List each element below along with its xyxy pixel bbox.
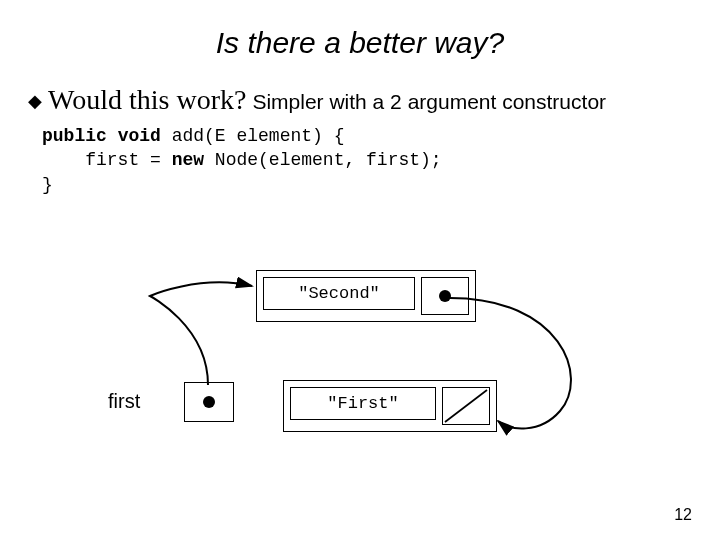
linked-list-diagram: "Second" "First" first — [0, 256, 720, 476]
bullet-row: ◆ Would this work? Simpler with a 2 argu… — [28, 84, 720, 116]
code-line2a: first = — [42, 150, 172, 170]
kw-new: new — [172, 150, 204, 170]
arrows — [0, 256, 720, 476]
kw-public: public — [42, 126, 107, 146]
page-number: 12 — [674, 506, 692, 524]
slide-title: Is there a better way? — [0, 0, 720, 60]
kw-void: void — [118, 126, 161, 146]
code-fn: add(E element) { — [161, 126, 345, 146]
bullet-subnote: Simpler with a 2 argument constructor — [252, 90, 606, 114]
code-close: } — [42, 175, 53, 195]
code-line2b: Node(element, first); — [204, 150, 442, 170]
code-block: public void add(E element) { first = new… — [42, 124, 720, 197]
bullet-diamond-icon: ◆ — [28, 92, 42, 110]
bullet-question: Would this work? — [48, 84, 246, 116]
